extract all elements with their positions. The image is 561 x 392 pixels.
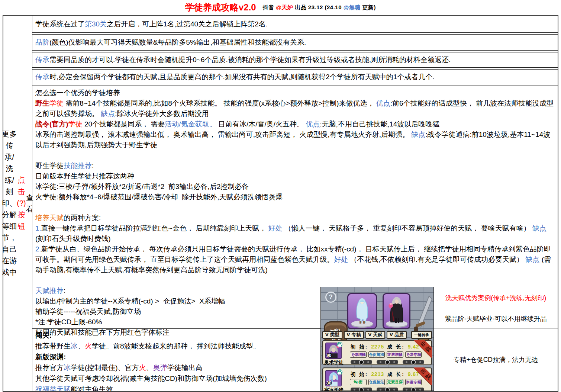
table-content: 学徒系统在过了第30关之后开启，可上阵1名,过第40关之后解锁上阵第2名. 品阶… — [32, 16, 558, 391]
one-key-transfer-button[interactable]: 一键传承 — [411, 331, 432, 339]
apprentice-display-ice[interactable] — [347, 293, 377, 329]
talent-tag[interactable]: 飞弹专精 — [405, 351, 422, 358]
text-segment: :无脑,不用自己挑技能,14波以后嘎嘎猛 — [320, 120, 439, 128]
ice-apprentice-figure — [352, 297, 372, 324]
stat-initial-label: 初 始: — [351, 344, 368, 350]
filter-talent-button[interactable]: ∀ 天赋 — [365, 331, 386, 339]
text-segment: 奥弹 — [153, 364, 167, 372]
apprentice-stats: 初 始: 2275 成 长: 9.42 — [351, 344, 419, 350]
paragraph: 培养天赋的两种方案: — [35, 213, 554, 223]
paragraph: 推荐带野生冰、火学徒。前8波能支棱起来的那种， 撑到法师技能成型。 — [35, 341, 318, 351]
text-segment: @天妒 — [276, 4, 293, 10]
text-segment: (颜色)仅影响最大可习得天赋数量&每品阶多5%输出,和基础属性和技能都没有关系. — [49, 38, 306, 47]
help-icon[interactable]: ? — [325, 292, 336, 303]
paragraph: 2.新学徒从白、绿色品阶开始传承， 每次传承必须只用目标学徒需要的天赋进行传承，… — [35, 244, 554, 275]
text-segment: 好处 — [268, 224, 283, 232]
dropdown-arrow-icon: ∀ — [368, 332, 372, 337]
apprentice-name: 寒冰学徒 — [323, 387, 345, 391]
paragraph: 冰学徒:三棱/子弹/额外释放*2/折返/击退*2 前3输出必备,后2控制必备 — [35, 181, 554, 192]
apprentice-card-arcane[interactable]: 90 奥术学徒 初 始: 2275 成 长: 9.42 飞弹增幅仓促施法穿透增幅… — [322, 340, 432, 365]
text-segment: 传承 — [35, 72, 49, 82]
apprentice-portrait: 90 — [325, 343, 342, 359]
paragraph: 闯关: — [35, 330, 318, 341]
apprentice-portrait: 30 — [325, 370, 342, 386]
apprentice-display-dark[interactable] — [383, 293, 410, 329]
text-segment: 学徒输出高 — [167, 364, 203, 372]
main-cell: 怎么选一个优秀的学徒培养野生学徒 需前8~14个技能都是同系的,比如8个火球系技… — [32, 86, 558, 391]
rule-row-grade: 品阶(颜色)仅影响最大可习得天赋数量&每品阶多5%输出,和基础属性和技能都没有关… — [32, 34, 558, 51]
text-segment — [35, 151, 37, 159]
sword-icon — [413, 295, 433, 336]
talent-tag[interactable]: 元素贯穿 — [387, 379, 403, 385]
paragraph: 祝福类天赋能对主角生效 — [35, 384, 318, 391]
text-segment: 优点 — [376, 99, 390, 107]
text-segment: 火学徒:额外释放*4~6/爆破范围/爆破伤害/冷却 除开技能外,天赋必须洗领悟炎… — [35, 193, 283, 201]
text-segment — [35, 203, 37, 211]
text-segment: 祝福类天赋 — [35, 385, 71, 391]
talent-tag[interactable]: 飞弹增幅 — [350, 351, 367, 358]
lock-icon[interactable] — [337, 341, 343, 347]
paragraph: 新版深渊: — [35, 351, 318, 362]
text-segment: 其他学徒天赋可考虑冷却祝福(减主角技能CD)和防御立场(加城墙免伤次数) — [35, 375, 267, 382]
stat-initial-value: 2213 — [371, 371, 384, 377]
filter-type-button[interactable]: ∀ 类型 — [322, 331, 342, 339]
stat-growth-label: 成 长: — [387, 371, 404, 378]
text-segment: 能对主角生效 — [71, 385, 113, 391]
apprentice-card-frost[interactable]: 30 寒冰学徒 初 始: 2213 成 长: 9.67 均 衡仓促施法元素贯穿冰… — [322, 367, 432, 391]
text-segment: 好处 — [334, 256, 348, 263]
talent-tag[interactable]: 均 衡 — [350, 379, 367, 385]
text-segment: 品阶 — [35, 38, 49, 47]
lock-icon[interactable] — [337, 369, 343, 375]
text-segment: 优点 — [306, 120, 320, 128]
talent-tag[interactable]: 仓促施法 — [368, 379, 385, 385]
upgrade-bar — [351, 388, 372, 391]
filter-label: 天赋 — [373, 332, 382, 338]
text-segment: 以输出/控制为主的学徒--X系专精(-cd) > 仓促施法> X系增幅 — [35, 297, 225, 305]
dropdown-arrow-icon: ∀ — [390, 332, 393, 337]
talent-tag[interactable]: 仓促施法 — [368, 351, 385, 358]
apprentice-stats: 初 始: 2213 成 长: 9.67 — [351, 371, 419, 378]
text-segment: 传承 — [35, 55, 49, 65]
filter-label: 品质 — [394, 332, 404, 338]
text-segment: 培养天赋 — [35, 214, 64, 222]
upgrade-bar — [377, 360, 398, 364]
side-notes: 洗天赋优秀案例(传承+洗练,无刻印) 紫品阶-天赋毕业-可以不用继续升品 专精+… — [434, 287, 558, 391]
rule-row-unlock: 学徒系统在过了第30关之后开启，可上阵1名,过第40关之后解锁上阵第2名. — [32, 16, 558, 33]
text-segment: 冰 — [64, 364, 71, 372]
stat-initial-label: 初 始: — [351, 371, 368, 378]
text-segment: 出品 23.12 (24.10 — [293, 4, 343, 10]
text-segment: 20个技能都是同系， 需要 — [83, 120, 165, 128]
page-header: 学徒养成攻略v2.0 抖音 @天妒 出品 23.12 (24.10 @無糖 更新… — [0, 0, 561, 15]
text-segment: : — [64, 287, 65, 295]
text-segment: 、 — [146, 364, 153, 372]
text-segment: 需前8~14个技能都是同系的,比如8个火球系技能。 技能的强度(x系核心>额外释… — [64, 99, 376, 107]
upgrade-bar — [403, 388, 424, 391]
upgrade-bar — [403, 360, 424, 364]
paragraph: 野生学徒技能推荐: — [35, 161, 554, 171]
filter-quality-button[interactable]: ∀ 品质 — [387, 331, 407, 339]
text-segment: 学徒 — [68, 120, 83, 128]
text-segment: 缺点 — [101, 110, 115, 118]
talent-tag[interactable]: 冰锥专精 — [405, 379, 422, 385]
level-badge: 90 — [326, 353, 331, 358]
text-segment: 时,必定会保留两个学徒都有的天赋,且是品质更高的那个.如果没有共有的天赋,则随机… — [49, 72, 435, 82]
text-segment: 新版深渊: — [35, 353, 66, 361]
paragraph — [35, 202, 554, 213]
page-title: 学徒养成攻略v2.0 — [185, 1, 256, 13]
filter-specialty-button[interactable]: ∀ 专精 — [344, 331, 364, 339]
text-segment: 缺点 — [532, 224, 547, 232]
upgrade-bars — [351, 360, 424, 364]
upgrade-bar — [351, 360, 372, 364]
text-segment: 天赋推荐 — [35, 287, 64, 295]
paragraph: 火学徒:额外释放*4~6/爆破范围/爆破伤害/冷却 除开技能外,天赋必须洗领悟炎… — [35, 192, 554, 202]
text-segment: 直接一键传承把目标学徒品阶拉满到红色~金色， 后期纯靠刻印上天赋， — [41, 224, 268, 232]
talent-tags: 均 衡仓促施法元素贯穿冰锥专精 — [350, 379, 422, 385]
text-segment: *注:学徒CD上限-60% — [35, 318, 102, 326]
paragraph — [35, 275, 554, 286]
text-segment: 学徒系统在过了 — [35, 19, 85, 29]
stat-growth-value: 9.67 — [408, 371, 419, 377]
text-segment — [35, 276, 37, 284]
talent-tag[interactable]: 穿透增幅 — [387, 351, 403, 358]
text-segment: 火 — [85, 342, 92, 350]
talent-tags: 飞弹增幅仓促施法穿透增幅飞弹专精 — [350, 351, 422, 358]
